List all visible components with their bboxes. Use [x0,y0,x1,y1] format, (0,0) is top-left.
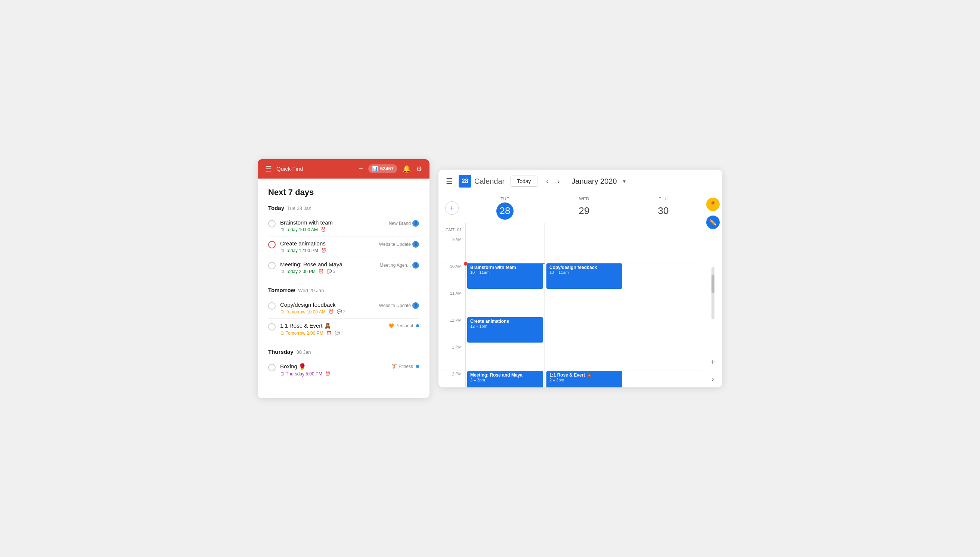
task-checkbox-2[interactable] [268,241,276,248]
calendar-icon-3: 🗓 [280,269,284,274]
comment-icon-4: 💬 2 [337,309,345,314]
day-header-wed: WED 29 [544,193,624,223]
task-checkbox-6[interactable] [268,364,276,371]
next-month-button[interactable]: › [554,176,563,187]
task-meta-4: 🗓 Tomorrow 10:00 AM ⏰ 💬 2 [280,309,375,314]
thu-row-10am[interactable] [624,263,703,290]
time-1pm: 1 PM [439,344,465,371]
add-task-icon[interactable]: + [359,165,363,173]
expand-arrow-icon[interactable]: › [712,374,714,383]
event-meeting-title: Meeting: Rose and Maya [470,373,540,378]
tue-row-12pm[interactable]: Create animations 12 – 1pm [466,317,544,344]
event-create-animations[interactable]: Create animations 12 – 1pm [467,317,543,342]
fitness-emoji: 🏋️ [392,364,397,369]
task-boxing[interactable]: Boxing 🥊 🗓 Thursday 5:00 PM ⏰ 🏋️ Fitness [268,359,419,380]
day-header-thu: THU 30 [624,193,703,223]
scrollbar-thumb[interactable] [712,275,715,293]
personal-dot [416,324,419,327]
wed-row-1pm[interactable] [545,344,624,371]
cal-menu-icon[interactable]: ☰ [446,177,453,186]
tue-row-10am[interactable]: Brainstorm with team 10 – 11am [466,263,544,290]
current-time-dot [464,262,468,265]
time-grid: GMT+01 9 AM 10 AM 11 AM 12 PM 1 PM 2 PM … [439,223,703,388]
wed-row-11am[interactable] [545,290,624,317]
alarm-icon-2: ⏰ [321,248,327,253]
left-header: ☰ Quick Find + 📊 52457 🔔 ⚙ [258,159,429,179]
event-meeting-rose-maya[interactable]: Meeting: Rose and Maya 2 – 3pm [467,371,543,388]
task-body-2: Create animations 🗓 Today 12:00 PM ⏰ [280,240,375,253]
month-title: January 2020 [572,177,617,186]
event-11-rose-evert[interactable]: 1:1 Rose & Evert 🧸 2 – 3pm [546,371,622,388]
map-pin-icon[interactable]: 📍 [706,198,720,211]
task-body-6: Boxing 🥊 🗓 Thursday 5:00 PM ⏰ [280,363,387,376]
event-copy-design-title: Copy/design feedback [549,265,619,270]
add-event-button[interactable]: + [445,201,458,215]
wed-events-col: Copy/design feedback 10 – 11am 1:1 Rose … [544,223,624,388]
wed-row-12pm[interactable] [545,317,624,344]
today-button[interactable]: Today [510,176,537,187]
task-name-2: Create animations [280,240,375,247]
event-brainstorm[interactable]: Brainstorm with team 10 – 11am [467,263,543,289]
event-11-time: 2 – 3pm [549,378,619,382]
task-11-rose-evert[interactable]: 1:1 Rose & Evert 🧸 🗓 Tomorrow 2:00 PM ⏰ … [268,319,419,340]
month-dropdown-arrow[interactable]: ▾ [623,178,626,184]
wed-row-9am[interactable] [545,236,624,263]
today-section: Today Tue 28 Jan Brainstorm with team 🗓 … [268,205,419,278]
thu-row-9am[interactable] [624,236,703,263]
alarm-icon-3: ⏰ [319,269,324,274]
time-12pm: 12 PM [439,317,465,344]
event-copy-design-feedback[interactable]: Copy/design feedback 10 – 11am [546,263,622,289]
current-time-line [466,263,544,264]
day-name-tue: TUE [501,197,509,201]
wed-row-10am[interactable]: Copy/design feedback 10 – 11am [545,263,624,290]
tomorrow-date: Wed 29 Jan [298,288,324,293]
task-meeting-rose-maya[interactable]: Meeting: Rose and Maya 🗓 Today 2:00 PM ⏰… [268,257,419,278]
project-avatar-1: 👤 [412,220,419,227]
task-meta-1: 🗓 Today 10:00 AM ⏰ [280,227,384,232]
add-button-side[interactable]: + [710,357,715,367]
thu-row-1pm[interactable] [624,344,703,371]
calendar-right-icons: 📍 ✏️ + › [703,193,722,388]
thu-row-12pm[interactable] [624,317,703,344]
calendar-main: + TUE 28 WED 29 THU 30 [439,193,703,388]
settings-icon[interactable]: ⚙ [416,165,422,173]
task-copy-design[interactable]: Copy/design feedback 🗓 Tomorrow 10:00 AM… [268,298,419,319]
wed-row-2pm[interactable]: 1:1 Rose & Evert 🧸 2 – 3pm [545,371,624,388]
thu-row-2pm[interactable] [624,371,703,388]
task-checkbox-5[interactable] [268,323,276,331]
menu-icon[interactable]: ☰ [265,164,272,173]
task-checkbox-3[interactable] [268,262,276,269]
task-name-5: 1:1 Rose & Evert 🧸 [280,322,384,329]
task-date-6: 🗓 Thursday 5:00 PM [280,371,322,376]
task-meta-2: 🗓 Today 12:00 PM ⏰ [280,248,375,253]
project-avatar-3: 👤 [412,262,419,269]
tue-row-9am[interactable] [466,236,544,263]
edit-icon[interactable]: ✏️ [706,215,720,229]
project-label-1: New Brand 👤 [389,220,419,227]
task-animations[interactable]: Create animations 🗓 Today 12:00 PM ⏰ Web… [268,236,419,257]
time-9am: 9 AM [439,236,465,263]
tue-row-11am[interactable] [466,290,544,317]
thu-row-11am[interactable] [624,290,703,317]
task-body-5: 1:1 Rose & Evert 🧸 🗓 Tomorrow 2:00 PM ⏰ … [280,322,384,336]
thursday-date: 30 Jan [297,349,311,355]
task-checkbox-1[interactable] [268,220,276,228]
task-brainstorm[interactable]: Brainstorm with team 🗓 Today 10:00 AM ⏰ … [268,215,419,236]
day-num-tue: 28 [496,202,514,220]
day-headers: + TUE 28 WED 29 THU 30 [439,193,703,223]
tue-row-1pm[interactable] [466,344,544,371]
page-title: Next 7 days [268,187,419,197]
task-checkbox-4[interactable] [268,302,276,310]
day-header-tue: TUE 28 [465,193,544,223]
project-label-2: Website Update 👤 [379,241,419,248]
tomorrow-header: Tomorrow Wed 29 Jan [268,287,419,293]
task-date-2: 🗓 Today 12:00 PM [280,248,318,253]
prev-month-button[interactable]: ‹ [543,176,552,187]
calendar-header: ☰ 28 Calendar Today ‹ › January 2020 ▾ [439,169,722,193]
quick-find-label[interactable]: Quick Find [276,166,354,172]
notification-icon[interactable]: 🔔 [403,165,411,173]
left-panel: ☰ Quick Find + 📊 52457 🔔 ⚙ Next 7 days T… [258,159,429,398]
thu-events-col: Boxing 🥊 5 – 6pm [624,223,703,388]
tue-row-2pm[interactable]: Meeting: Rose and Maya 2 – 3pm [466,371,544,388]
event-brainstorm-time: 10 – 11am [470,270,540,275]
